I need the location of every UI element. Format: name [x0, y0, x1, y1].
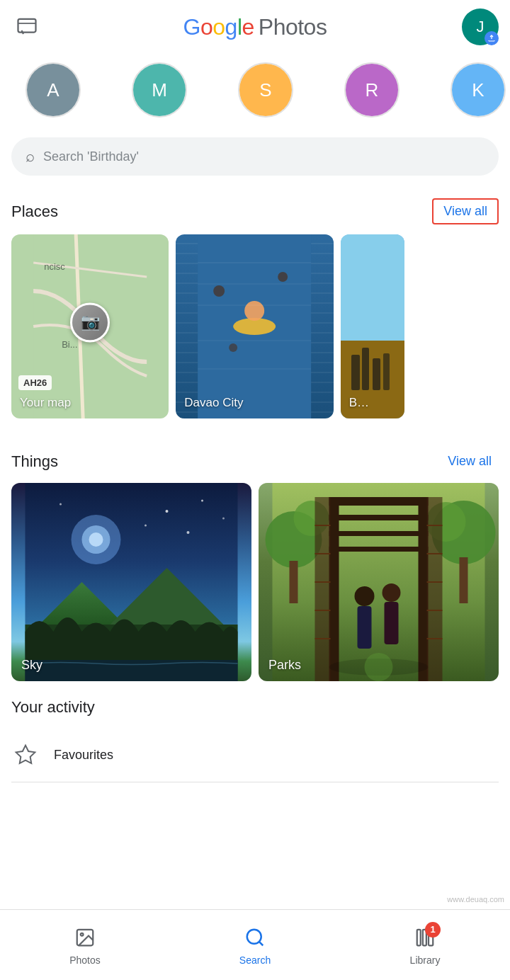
places-grid: ncisc Bi... 📷 AH26 Your map [0, 234, 510, 418]
person-avatar-4: R [344, 62, 400, 118]
search-bar[interactable]: ⌕ Search 'Birthday' [11, 137, 499, 176]
person-avatar-2: M [132, 62, 187, 118]
avatar-letter: J [477, 18, 484, 36]
svg-point-12 [278, 272, 288, 282]
people-strip: A M S R K [0, 54, 510, 129]
thing-card-sky[interactable]: Sky [11, 483, 251, 681]
bottom-nav-spacer [0, 782, 510, 860]
chat-icon [16, 16, 38, 38]
svg-line-74 [259, 941, 263, 945]
person-circle-3[interactable]: S [212, 58, 319, 122]
thing-card-parks-label: Parks [268, 658, 301, 673]
svg-rect-67 [385, 602, 399, 644]
place-card-davao-bg [176, 234, 333, 418]
places-section-header: Places View all [0, 184, 510, 234]
search-bar-container: ⌕ Search 'Birthday' [0, 129, 510, 184]
person-circle-1[interactable]: A [0, 58, 106, 122]
outdoor-scene-svg [341, 234, 404, 418]
photos-nav-label: Photos [69, 955, 101, 966]
svg-point-30 [201, 500, 203, 502]
svg-point-29 [166, 510, 169, 513]
svg-text:Bi...: Bi... [62, 339, 77, 350]
google-wordmark: Google [183, 14, 254, 40]
bottom-navigation: Photos Search 1 Library [0, 909, 510, 980]
places-title: Places [11, 203, 58, 221]
nav-item-photos[interactable]: Photos [0, 919, 170, 972]
svg-rect-50 [329, 531, 429, 536]
star-icon-svg [14, 743, 37, 766]
nav-item-library[interactable]: 1 Library [340, 919, 510, 972]
water-visual [176, 234, 333, 418]
svg-rect-48 [329, 497, 429, 506]
person-avatar-3: S [238, 62, 293, 118]
things-view-all-button[interactable]: View all [441, 450, 499, 473]
watermark: www.deuaq.com [447, 895, 504, 904]
search-bar-placeholder: Search 'Birthday' [43, 149, 139, 164]
activity-title: Your activity [0, 698, 510, 728]
parks-scene-svg [259, 483, 499, 681]
map-pin-photo: 📷 [72, 304, 108, 340]
photo-icon-svg [74, 927, 96, 948]
place-card-map-bg: ncisc Bi... 📷 AH26 [11, 234, 169, 418]
parks-visual [259, 483, 499, 681]
svg-point-32 [187, 531, 190, 534]
activity-item-favourites[interactable]: Favourites [0, 728, 510, 782]
things-grid: Sky [0, 483, 510, 681]
person-circle-5[interactable]: K [425, 58, 510, 122]
logo-letter-g2: g [225, 14, 237, 40]
svg-rect-41 [290, 561, 298, 603]
search-icon: ⌕ [26, 147, 35, 166]
person-circle-4[interactable]: R [319, 58, 425, 122]
thing-card-parks[interactable]: Parks [259, 483, 499, 681]
svg-rect-65 [358, 606, 372, 649]
sky-scene-svg [11, 483, 251, 681]
map-visual: ncisc Bi... 📷 AH26 [11, 234, 169, 418]
photos-wordmark: Photos [259, 14, 327, 40]
header: Google Photos J [0, 0, 510, 54]
svg-point-34 [222, 518, 225, 520]
user-avatar[interactable]: J [462, 8, 499, 45]
search-nav-icon [242, 925, 268, 950]
upload-icon [487, 34, 496, 42]
library-badge-count: 1 [425, 922, 441, 938]
svg-rect-23 [373, 358, 380, 390]
thing-card-sky-label: Sky [21, 658, 42, 673]
svg-point-11 [229, 343, 237, 352]
logo-letter-e: e [242, 14, 254, 40]
map-highway-badge: AH26 [18, 375, 52, 390]
svg-point-73 [247, 929, 261, 943]
svg-point-64 [355, 586, 375, 606]
place-card-outdoor-label: B… [349, 396, 369, 410]
person-circle-2[interactable]: M [106, 58, 212, 122]
place-card-map-label: Your map [20, 396, 71, 410]
library-nav-label: Library [410, 955, 441, 966]
person-avatar-1: A [26, 62, 81, 118]
place-card-davao[interactable]: Davao City [176, 234, 333, 418]
svg-rect-0 [18, 19, 36, 33]
logo-letter-g: G [183, 14, 200, 40]
chat-button[interactable] [11, 11, 42, 42]
svg-rect-24 [383, 353, 390, 390]
svg-rect-51 [329, 547, 429, 552]
person-avatar-5: K [450, 62, 506, 118]
photo-nav-icon [72, 925, 98, 950]
svg-point-31 [144, 525, 147, 527]
svg-rect-75 [417, 929, 421, 945]
place-card-map[interactable]: ncisc Bi... 📷 AH26 Your map [11, 234, 169, 418]
places-view-all-button[interactable]: View all [432, 198, 499, 224]
svg-rect-38 [26, 660, 238, 681]
avatar-upload-badge [484, 31, 499, 45]
sky-visual [11, 483, 251, 681]
outdoor-visual [341, 234, 404, 418]
things-title: Things [11, 452, 58, 471]
logo-letter-o2: o [212, 14, 225, 40]
app-logo: Google Photos [183, 14, 327, 40]
place-card-outdoor[interactable]: B… [341, 234, 404, 418]
svg-text:ncisc: ncisc [44, 261, 65, 272]
nav-item-search[interactable]: Search [170, 919, 340, 972]
svg-marker-70 [16, 746, 35, 763]
svg-rect-21 [351, 355, 360, 390]
svg-point-9 [244, 301, 264, 321]
svg-rect-22 [362, 348, 369, 390]
logo-letter-o1: o [200, 14, 212, 40]
